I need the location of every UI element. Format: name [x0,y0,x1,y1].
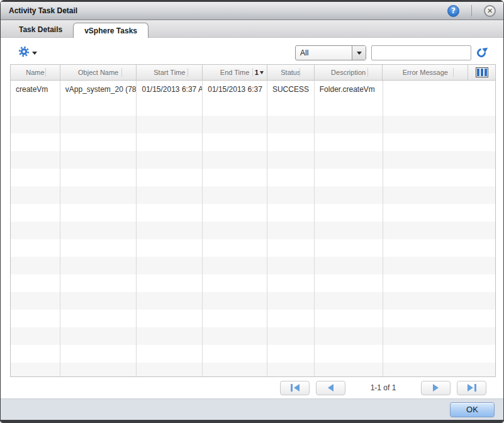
search-input[interactable] [371,45,471,60]
vsphere-tasks-table: Name Object Name Start Time End Time 1 S… [10,64,496,377]
chevron-down-icon [357,52,362,55]
cell-start-time: 01/15/2013 6:37 A [137,81,203,98]
cell-status: SUCCESS [267,81,315,98]
table-row-empty [11,257,495,274]
table-row-empty [11,133,495,151]
tab-bar: Task Details vSphere Tasks [1,20,503,38]
actions-menu-button[interactable] [18,45,37,60]
table-row-empty [11,169,495,186]
table-row-empty [11,222,495,239]
sort-indicator: 1 [255,69,264,76]
table-row-empty [11,204,495,222]
cell-error-message [383,81,496,98]
table-header-row: Name Object Name Start Time End Time 1 S… [11,65,495,81]
sort-desc-icon [260,71,264,74]
table-row-empty [11,116,495,133]
cell-object-name: vApp_system_20 (78 [60,81,137,98]
table-row-empty [11,239,495,257]
table-body: createVm vApp_system_20 (78 01/15/2013 6… [11,81,495,376]
filter-dropdown-value: All [296,48,352,57]
column-header-object-name[interactable]: Object Name [60,65,137,80]
table-row[interactable]: createVm vApp_system_20 (78 01/15/2013 6… [11,81,495,98]
previous-page-button[interactable] [316,381,345,395]
window-bottom-border [1,420,503,422]
activity-task-detail-dialog: Activity Task Detail ? ✕ Task Details vS… [0,0,504,423]
column-header-start-time[interactable]: Start Time [137,65,203,80]
first-page-button[interactable] [280,381,310,395]
toolbar-right-group: All [295,45,488,60]
table-row-empty [11,292,495,310]
column-header-end-time[interactable]: End Time 1 [203,65,267,80]
table-row-empty [11,327,495,345]
last-page-icon [468,384,473,392]
pagination-range-label: 1-1 of 1 [352,383,415,392]
help-icon: ? [451,6,456,15]
close-button[interactable]: ✕ [484,5,496,17]
next-page-button[interactable] [421,381,451,395]
columns-icon [476,67,488,77]
column-header-description[interactable]: Description [315,65,383,80]
pagination-bar: 1-1 of 1 [280,377,503,398]
table-row-empty [11,274,495,292]
cell-name: createVm [11,81,60,98]
tab-vsphere-tasks[interactable]: vSphere Tasks [73,23,148,38]
dialog-titlebar[interactable]: Activity Task Detail ? ✕ [1,1,503,20]
titlebar-divider [471,5,472,16]
column-header-error-message[interactable]: Error Message [383,65,468,80]
last-page-button[interactable] [457,381,486,395]
table-row-empty [11,345,495,363]
refresh-button[interactable] [476,47,488,59]
column-header-status[interactable]: Status [267,65,315,80]
dialog-title: Activity Task Detail [9,6,77,15]
gear-icon [18,45,30,60]
chevron-down-icon [32,52,37,55]
tab-task-details[interactable]: Task Details [8,22,73,37]
table-row-empty [11,151,495,169]
table-row-empty [11,186,495,204]
cell-description: Folder.createVm [315,81,383,98]
next-page-icon [433,384,439,392]
help-button[interactable]: ? [447,5,459,17]
first-page-icon [291,384,293,392]
titlebar-controls: ? ✕ [447,5,498,17]
close-icon: ✕ [487,7,493,15]
column-header-name[interactable]: Name [11,65,60,80]
column-chooser-button[interactable] [468,65,495,80]
table-row-empty [11,363,495,376]
filter-dropdown[interactable]: All [295,45,366,60]
table-toolbar: All [1,38,503,64]
dropdown-arrow-button[interactable] [352,46,366,60]
table-row-empty [11,98,495,116]
ok-button[interactable]: OK [450,402,495,417]
dialog-footer: OK [1,398,503,420]
previous-page-icon [328,384,333,392]
table-row-empty [11,310,495,327]
tab-content-vsphere-tasks: All Name Object Name Start [1,38,503,398]
cell-end-time: 01/15/2013 6:37 [203,81,267,98]
